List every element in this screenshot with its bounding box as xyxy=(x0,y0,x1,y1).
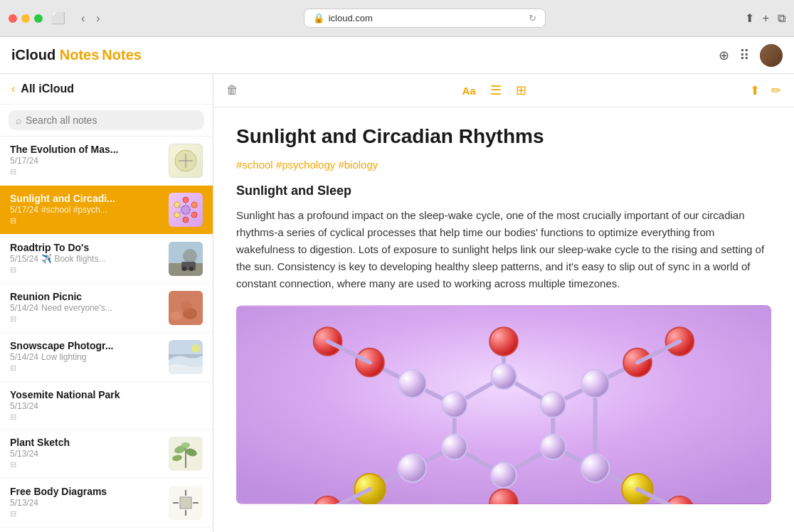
note-title: Plant Sketch xyxy=(10,437,163,448)
svg-point-70 xyxy=(398,454,427,482)
avatar-image xyxy=(760,44,783,67)
share-note-button[interactable]: ⬆ xyxy=(748,82,761,100)
note-title: Snowscape Photogr... xyxy=(10,340,163,351)
note-text: The Evolution of Mas... 5/17/24 ⊟ xyxy=(10,144,163,176)
list-item[interactable]: Reunion Picnic 5/14/24 Need everyone's..… xyxy=(0,284,213,333)
svg-point-4 xyxy=(183,197,189,203)
folder-icon: ⊟ xyxy=(10,413,203,422)
svg-point-63 xyxy=(491,462,517,488)
note-thumbnail xyxy=(169,193,203,227)
svg-point-29 xyxy=(191,344,200,353)
lock-icon: 🔒 xyxy=(313,13,324,23)
note-text: Yosemite National Park 5/13/24 ⊟ xyxy=(10,389,203,422)
new-tab-button[interactable]: + xyxy=(763,12,769,25)
address-bar: 🔒 icloud.com ↻ xyxy=(110,9,739,28)
edit-note-button[interactable]: ✏ xyxy=(770,82,783,100)
sidebar-toggle-button[interactable]: ⬜ xyxy=(51,11,65,25)
browser-actions: ⬆ + ⧉ xyxy=(745,11,785,25)
svg-point-18 xyxy=(183,249,197,263)
trash-button[interactable]: 🗑 xyxy=(225,82,240,99)
svg-rect-37 xyxy=(180,497,191,509)
main-content: ‹ All iCloud ⌕ The Evolution of Mas... 5… xyxy=(0,74,794,532)
table-button[interactable]: ⊞ xyxy=(514,81,528,100)
list-item[interactable]: Plant Sketch 5/13/24 ⊟ xyxy=(0,430,213,479)
list-item[interactable]: Roadtrip To Do's 5/15/24 ✈️ Book flights… xyxy=(0,235,213,284)
svg-point-23 xyxy=(170,312,181,320)
url-text: icloud.com xyxy=(329,13,373,23)
avatar[interactable] xyxy=(760,44,783,67)
minimize-button[interactable] xyxy=(21,14,30,23)
note-meta: 5/13/24 xyxy=(10,498,163,508)
list-item[interactable]: Snowscape Photogr... 5/14/24 Low lightin… xyxy=(0,333,213,382)
forward-nav-button[interactable]: › xyxy=(92,9,104,28)
list-item[interactable]: Yosemite National Park 5/13/24 ⊟ xyxy=(0,382,213,430)
grid-button[interactable]: ⠿ xyxy=(739,47,750,64)
svg-point-65 xyxy=(442,392,467,417)
toolbar-center: Aa ☰ ⊞ xyxy=(251,81,737,100)
search-input-wrap: ⌕ xyxy=(9,110,204,130)
list-item[interactable]: Free Body Diagrams 5/13/24 ⊟ xyxy=(0,479,213,528)
note-date: 5/13/24 xyxy=(10,401,38,411)
note-text: Plant Sketch 5/13/24 ⊟ xyxy=(10,437,163,469)
svg-point-61 xyxy=(540,392,566,417)
note-section-title: Sunlight and Sleep xyxy=(236,183,771,198)
refresh-icon[interactable]: ↻ xyxy=(529,13,536,23)
app-header-right: ⊕ ⠿ xyxy=(719,44,783,67)
back-nav-button[interactable]: ‹ xyxy=(77,9,89,28)
close-button[interactable] xyxy=(9,14,17,23)
note-meta: 5/17/24 xyxy=(10,156,163,166)
share-browser-button[interactable]: ⬆ xyxy=(745,11,754,25)
svg-point-21 xyxy=(189,267,194,271)
svg-point-9 xyxy=(183,217,189,223)
note-thumbnail xyxy=(169,340,203,374)
molecule-background xyxy=(236,305,771,504)
url-input[interactable]: 🔒 icloud.com ↻ xyxy=(304,9,546,28)
folder-icon: ⊟ xyxy=(10,167,163,176)
svg-point-34 xyxy=(181,442,190,448)
logo-notes: Notes xyxy=(102,47,142,63)
search-input[interactable] xyxy=(26,115,197,126)
note-tags: #school #psychology #biology xyxy=(236,159,771,171)
checklist-button[interactable]: ☰ xyxy=(489,81,503,100)
folder-icon: ⊟ xyxy=(10,216,163,225)
app-logo: iCloud Notes Notes xyxy=(11,47,142,63)
note-text: Sunlight and Circadi... 5/17/24 #school … xyxy=(10,193,163,225)
note-title: Free Body Diagrams xyxy=(10,486,163,497)
sidebar-back-button[interactable]: ‹ xyxy=(11,83,15,95)
note-meta: 5/15/24 ✈️ Book flights... xyxy=(10,254,163,264)
note-meta: 5/14/24 Low lighting xyxy=(10,352,163,362)
folder-icon: ⊟ xyxy=(10,314,163,324)
fullscreen-button[interactable] xyxy=(34,14,43,23)
note-image xyxy=(236,305,771,504)
tabs-button[interactable]: ⧉ xyxy=(778,12,785,25)
note-title: Reunion Picnic xyxy=(10,291,163,302)
note-meta: 5/13/24 xyxy=(10,401,203,411)
list-item[interactable]: The Evolution of Mas... 5/17/24 ⊟ xyxy=(0,137,213,186)
note-meta: 5/17/24 #school #psych... xyxy=(10,205,163,215)
note-date: 5/17/24 xyxy=(10,156,38,166)
app-header: iCloud Notes Notes ⊕ ⠿ xyxy=(0,37,794,74)
svg-point-64 xyxy=(442,434,467,459)
note-thumbnail xyxy=(169,437,203,471)
notes-list: The Evolution of Mas... 5/17/24 ⊟ Sunlig… xyxy=(0,137,213,532)
note-thumbnail xyxy=(169,242,203,276)
note-toolbar: 🗑 Aa ☰ ⊞ ⬆ ✏ xyxy=(213,74,794,107)
note-text: Reunion Picnic 5/14/24 Need everyone's..… xyxy=(10,291,163,324)
note-tag[interactable]: #school #psychology #biology xyxy=(236,159,378,171)
svg-point-68 xyxy=(581,454,610,482)
note-title: Yosemite National Park xyxy=(10,389,203,400)
note-preview: #school #psych... xyxy=(41,205,107,215)
folder-icon: ⊟ xyxy=(10,460,163,469)
note-thumbnail xyxy=(169,486,203,520)
note-main-title: Sunlight and Circadian Rhythms xyxy=(236,124,771,149)
note-preview: Need everyone's... xyxy=(41,303,112,313)
browser-nav: ‹ › xyxy=(77,9,105,28)
note-thumbnail xyxy=(169,291,203,325)
note-date: 5/15/24 xyxy=(10,254,38,264)
new-note-button[interactable]: ⊕ xyxy=(719,48,729,63)
svg-point-71 xyxy=(398,369,427,398)
format-text-button[interactable]: Aa xyxy=(460,83,477,98)
note-date: 5/13/24 xyxy=(10,498,38,508)
sidebar-header: ‹ All iCloud xyxy=(0,74,213,105)
list-item[interactable]: Sunlight and Circadi... 5/17/24 #school … xyxy=(0,186,213,235)
